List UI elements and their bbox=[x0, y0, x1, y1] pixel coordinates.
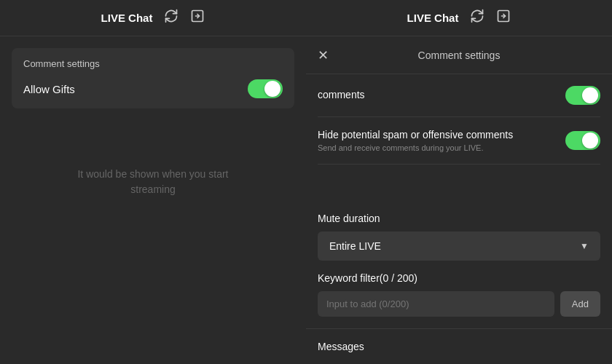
comments-toggle-knob bbox=[582, 87, 598, 103]
allow-gifts-toggle[interactable] bbox=[248, 79, 283, 98]
left-title: LIVE Chat bbox=[101, 12, 153, 24]
mute-section: Mute duration Entire LIVE ▼ bbox=[306, 201, 612, 272]
refresh-icon-left[interactable] bbox=[164, 9, 178, 27]
settings-section: comments Hide potential spam or offensiv… bbox=[306, 74, 612, 201]
comments-setting-left: comments bbox=[318, 89, 565, 102]
keyword-label: Keyword filter(0 / 200) bbox=[318, 272, 600, 284]
hide-spam-toggle[interactable] bbox=[565, 131, 600, 150]
dropdown-arrow-icon: ▼ bbox=[580, 241, 589, 251]
mute-dropdown[interactable]: Entire LIVE ▼ bbox=[318, 232, 600, 261]
mute-label: Mute duration bbox=[318, 213, 600, 224]
hide-spam-desc: Send and receive comments during your LI… bbox=[318, 143, 554, 152]
comment-settings-box: Comment settings Allow Gifts bbox=[12, 48, 294, 108]
allow-gifts-label: Allow Gifts bbox=[23, 83, 75, 95]
comment-settings-header: ✕ Comment settings bbox=[306, 36, 612, 74]
comment-settings-label: Comment settings bbox=[23, 58, 283, 69]
hide-spam-toggle-knob bbox=[582, 132, 598, 149]
right-title: LIVE Chat bbox=[407, 12, 459, 24]
left-header: LIVE Chat bbox=[0, 0, 306, 36]
messages-section: Messages bbox=[306, 329, 612, 364]
keyword-section: Keyword filter(0 / 200) Add bbox=[306, 272, 612, 329]
mute-selected: Entire LIVE bbox=[329, 240, 381, 252]
hide-spam-title: Hide potential spam or offensive comment… bbox=[318, 129, 554, 141]
allow-gifts-row: Allow Gifts bbox=[23, 79, 283, 98]
messages-label: Messages bbox=[318, 341, 600, 352]
hide-spam-setting: Hide potential spam or offensive comment… bbox=[318, 117, 600, 165]
comment-settings-header-title: Comment settings bbox=[418, 50, 501, 61]
export-icon-left[interactable] bbox=[190, 9, 205, 27]
export-icon-right[interactable] bbox=[496, 9, 511, 27]
close-button[interactable]: ✕ bbox=[318, 47, 329, 63]
keyword-input-row: Add bbox=[318, 291, 600, 317]
comments-label: comments bbox=[318, 89, 554, 100]
comments-toggle[interactable] bbox=[565, 86, 600, 105]
left-panel: LIVE Chat Comment settings Allow Gifts I… bbox=[0, 0, 306, 364]
streaming-message: It would be shown when you start streami… bbox=[76, 167, 230, 197]
keyword-input[interactable] bbox=[318, 291, 554, 317]
refresh-icon-right[interactable] bbox=[470, 9, 484, 27]
toggle-knob bbox=[264, 81, 280, 97]
comments-setting: comments bbox=[318, 74, 600, 117]
hide-spam-left: Hide potential spam or offensive comment… bbox=[318, 129, 565, 152]
right-panel: LIVE Chat ✕ Comment settings comments bbox=[306, 0, 612, 364]
add-keyword-button[interactable]: Add bbox=[560, 291, 600, 317]
right-header: LIVE Chat bbox=[306, 0, 612, 36]
